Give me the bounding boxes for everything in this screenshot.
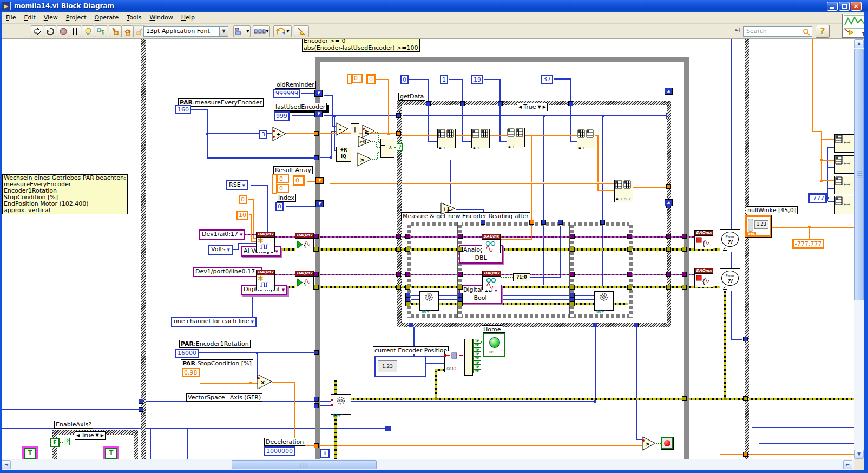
constant-160[interactable]: 160 xyxy=(175,105,191,114)
home-led-indicator[interactable]: TF xyxy=(483,332,505,357)
greater-node[interactable]: > xyxy=(357,152,373,167)
case-selector-enableaxis[interactable]: ◀ True ▼ ▶ xyxy=(75,431,106,440)
constant-098[interactable]: 0.98 xyxy=(182,368,200,377)
ring-one-channel[interactable]: one channel for each line▼ xyxy=(171,317,257,327)
constant-16000[interactable]: 16000 xyxy=(175,349,199,358)
array-element[interactable]: 0 xyxy=(277,174,289,183)
bool-constant-false[interactable]: F xyxy=(50,438,60,447)
constant-1000000[interactable]: 1000000 xyxy=(264,446,295,456)
constant-n37[interactable]: 37 xyxy=(541,75,553,84)
vi-icon[interactable]: 1 xyxy=(842,14,867,38)
menu-tools[interactable]: Tools xyxy=(127,14,141,21)
constant-n19[interactable]: 19 xyxy=(471,75,483,84)
label-enableaxis[interactable]: EnableAxis? xyxy=(54,421,93,429)
bool-constant-true[interactable]: T xyxy=(24,448,36,459)
ring-dev1-ai[interactable]: Dev1/ai0:17▼ xyxy=(199,229,245,240)
compound-and-node[interactable]: ∧ xyxy=(380,139,394,158)
shift-register-down[interactable]: ▼ xyxy=(314,110,323,117)
minimize-button[interactable] xyxy=(827,2,838,11)
chevron-down-icon[interactable]: ▼ xyxy=(96,432,99,439)
menu-edit[interactable]: Edit xyxy=(24,14,35,21)
current-encoder-terminal[interactable]: 1.23 xyxy=(374,356,426,377)
resize-objects-button[interactable]: ▼ xyxy=(273,25,292,37)
encoder-read-node[interactable]: 66+° xyxy=(419,291,439,311)
case-next-icon[interactable]: ▶ xyxy=(101,432,104,439)
title-bar[interactable]: momila14.vi Block Diagram xyxy=(0,0,868,12)
menu-project[interactable]: Project xyxy=(66,14,87,21)
error-handler-node[interactable]: Error?! xyxy=(720,229,740,252)
label-oldreminder[interactable]: oldReminder xyxy=(275,81,316,89)
shift-register-up[interactable]: ▲ xyxy=(665,88,673,95)
stop-led-terminal[interactable] xyxy=(661,437,673,449)
ring-dev1-port[interactable]: Dev1/port0/line0:17▼ xyxy=(193,267,262,277)
menu-window[interactable]: Window xyxy=(149,14,173,21)
daqmx-clear-task-node[interactable]: DAQmx{ xyxy=(694,268,713,287)
case-selector-getdata[interactable]: ◀ True ▼ ▶ xyxy=(517,103,548,111)
vertical-scroll-thumb[interactable]: |||| xyxy=(854,49,864,300)
greater-equal-zero-node[interactable]: ≥0 xyxy=(358,136,373,148)
daqmx-clear-task-node[interactable]: DAQmx{ xyxy=(694,230,713,249)
label-nullwinke[interactable]: nullWinke [45,0] xyxy=(746,206,798,214)
case-prev-icon[interactable]: ◀ xyxy=(76,432,80,439)
abs-node[interactable]: ‖ xyxy=(351,123,359,135)
constant-n0[interactable]: 0 xyxy=(400,75,409,84)
bool-constant-true[interactable]: T xyxy=(105,448,117,459)
run-continuous-button[interactable] xyxy=(44,25,56,37)
label-deceleration[interactable]: Deceleration xyxy=(264,438,305,446)
greater-node-stop[interactable]: > xyxy=(642,436,657,451)
spinner-icon[interactable] xyxy=(347,74,352,84)
bool-to-01-node[interactable]: ?1:0 xyxy=(513,273,530,281)
constant-index-0[interactable]: 0 xyxy=(275,202,284,211)
index-array-node[interactable]: ▪·+ xyxy=(577,129,595,148)
encoder-read-node[interactable]: 66+° xyxy=(331,394,351,415)
constant-n1[interactable]: 1 xyxy=(440,75,448,84)
shift-register-down[interactable]: ▼ xyxy=(314,90,323,97)
constant-10[interactable]: 10 xyxy=(236,211,248,220)
constant-m777[interactable]: -777 xyxy=(808,193,827,203)
menu-help[interactable]: Help xyxy=(181,14,195,21)
menu-file[interactable]: File xyxy=(6,14,16,21)
step-over-button[interactable] xyxy=(121,25,134,37)
restore-button[interactable] xyxy=(839,2,850,11)
align-objects-button[interactable]: ▼ xyxy=(233,25,251,37)
increment-node[interactable]: +1 xyxy=(440,202,457,215)
cleanup-diagram-button[interactable] xyxy=(294,25,309,37)
daqmx-read-node[interactable]: DAQmx xyxy=(482,271,501,290)
constant-3[interactable]: 3 xyxy=(259,130,267,139)
search-splitter-icon[interactable]: ►| xyxy=(735,28,740,32)
constant-m777777[interactable]: -777.777 xyxy=(792,239,824,249)
label-getdata[interactable]: getData xyxy=(398,93,425,101)
quotient-remainder-node[interactable]: ÷RIQ xyxy=(336,147,351,162)
menu-view[interactable]: View xyxy=(44,14,58,21)
font-selector-dropdown-icon[interactable]: ▼ xyxy=(219,26,228,37)
label-current-encoder-position[interactable]: current Encoder Position xyxy=(373,346,449,354)
scroll-right-icon[interactable]: ► xyxy=(843,460,852,469)
case-prev-icon[interactable]: ◀ xyxy=(518,103,522,111)
font-selector[interactable]: 13pt Application Font xyxy=(143,26,219,37)
divide-node[interactable]: ÷ xyxy=(272,127,287,142)
daqmx-read-node[interactable]: DAQmx xyxy=(482,234,501,253)
run-button[interactable] xyxy=(31,25,43,37)
constant-999[interactable]: 999 xyxy=(274,111,290,121)
subtract-node[interactable]: - xyxy=(336,122,350,136)
label-lastusedencoder[interactable]: lastUsedEncoder xyxy=(274,103,327,111)
daqmx-start-task-node[interactable]: DAQmx{ xyxy=(295,271,314,290)
close-button[interactable]: × xyxy=(851,2,862,11)
chevron-down-icon[interactable]: ▼ xyxy=(538,103,541,111)
ring-rse[interactable]: RSE▼ xyxy=(226,180,248,190)
constant-999999[interactable]: 999999 xyxy=(273,89,300,98)
error-handler-node[interactable]: Error?! xyxy=(720,268,740,291)
constant-0[interactable]: 0 xyxy=(239,195,247,204)
daqmx-create-channel-node[interactable]: DAQmx xyxy=(256,232,275,252)
element-value[interactable]: 0 xyxy=(366,74,376,84)
index-array-node[interactable]: ▪·+ xyxy=(437,129,456,148)
nullwinke-control-terminal[interactable]: 1.23 DBL xyxy=(745,215,771,237)
daqmx-create-channel-node[interactable]: DAQmx xyxy=(256,270,275,290)
spinner-value[interactable]: 0 xyxy=(352,74,363,83)
case-next-icon[interactable]: ▶ xyxy=(543,103,546,111)
help-button[interactable]: ? xyxy=(816,25,830,38)
index-array-node[interactable]: ▪·+ xyxy=(471,129,490,148)
menu-operate[interactable]: Operate xyxy=(95,14,119,21)
label-result-array[interactable]: Result Array xyxy=(273,166,313,174)
daqmx-start-task-node[interactable]: DAQmx{ xyxy=(295,233,314,252)
